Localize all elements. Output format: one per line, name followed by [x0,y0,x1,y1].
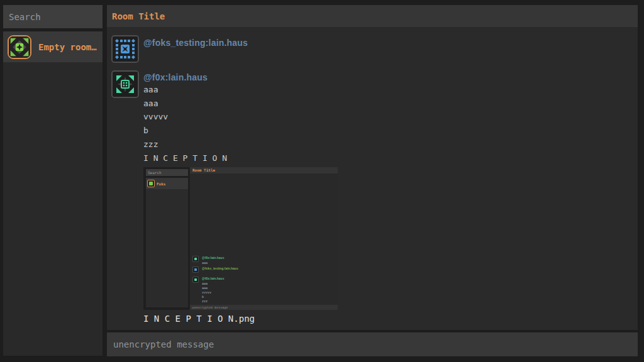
message-text: I N C E P T I O N [143,151,227,165]
mini-avatar-teal-icon [192,256,199,262]
message-text: zzz [143,138,158,151]
user-avatar-blue-dots-icon[interactable] [111,35,139,63]
room-name-label: Empty room… [38,42,97,52]
message-text: vvvvv [143,110,168,124]
message-text: b [143,124,148,138]
mini-room-item: Foks [146,178,188,189]
room-title: Room Title [107,11,165,21]
mini-room-name: Foks [157,182,165,186]
mini-avatar-blue-icon [192,266,199,273]
room-avatar-green-sparkle-icon [8,35,31,59]
mini-message-sender: @foks_testing:lain.haus [202,266,238,270]
mini-composer: unencrypted message [190,305,338,310]
mini-message-text: zzz [202,299,208,303]
room-list-item-empty-room[interactable]: Empty room… [3,31,103,62]
mini-avatar-teal-icon [192,277,199,283]
mini-message-area [190,173,338,305]
message-text: aaa [143,97,158,111]
mini-sidebar [146,189,188,307]
mini-search-input: Search [146,169,188,176]
mini-room-title: Room Title [190,167,338,173]
mini-message-text: b [202,295,204,299]
message-text: aaa [143,83,158,97]
room-header: Room Title [107,5,638,27]
attachment-filename[interactable]: I N C E P T I O N.png [143,314,255,324]
search-input[interactable] [3,5,103,28]
attached-image-inception[interactable]: Search Foks Room Title @f0x:lain.haus aa… [143,167,338,310]
mini-message-text: aaa [202,286,208,290]
mini-message-text: aaa [202,261,208,265]
mini-message-text: aaa [202,282,208,285]
message-composer-input[interactable] [107,332,638,356]
mini-message-text: vvvvv [202,290,211,294]
message-timeline: @foks_testing:lain.haus @f0x:lain.haus a… [107,27,638,330]
mini-message-sender: @f0x:lain.haus [202,277,224,280]
room-list-sidebar: Empty room… [3,5,103,356]
mini-room-avatar-icon [147,180,155,187]
user-avatar-teal-window-icon[interactable] [111,70,139,98]
message-sender[interactable]: @f0x:lain.haus [143,72,208,82]
message-sender[interactable]: @foks_testing:lain.haus [143,38,248,48]
mini-message-sender: @f0x:lain.haus [202,256,224,260]
